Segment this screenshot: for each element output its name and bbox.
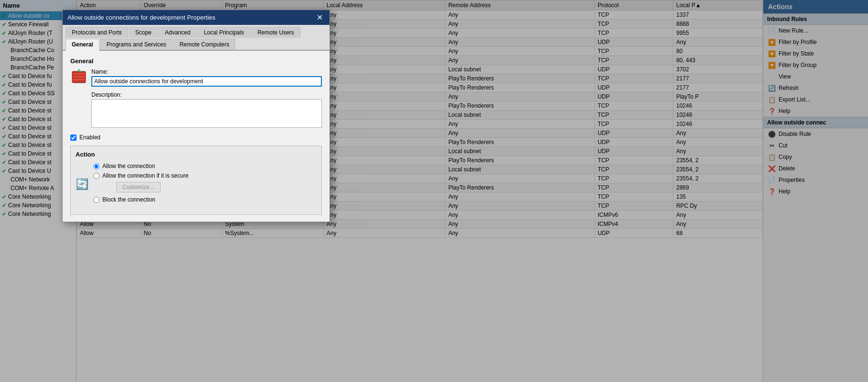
action-section: Action 🔄 Allow the connection Allow the … xyxy=(70,146,322,215)
svg-rect-1 xyxy=(73,73,85,75)
modal-tab[interactable]: Remote Users xyxy=(251,27,300,38)
allow-secure-row: Allow the connection if it is secure xyxy=(93,172,317,179)
modal-overlay: Allow outside connections for developmen… xyxy=(0,0,868,382)
modal-title: Allow outside connections for developmen… xyxy=(67,14,215,21)
name-field-row: Name: xyxy=(70,68,322,87)
name-field-content: Name: xyxy=(91,68,322,87)
allow-icon: 🔄 xyxy=(76,178,88,191)
name-label: Name: xyxy=(91,68,322,75)
allow-secure-radio[interactable] xyxy=(93,173,99,179)
action-icons: 🔄 xyxy=(76,178,88,191)
modal-dialog: Allow outside connections for developmen… xyxy=(62,10,330,222)
modal-tab[interactable]: Protocols and Ports xyxy=(66,27,128,38)
svg-rect-3 xyxy=(73,79,85,80)
modal-tab[interactable]: General xyxy=(66,39,99,51)
allow-connection-label: Allow the connection xyxy=(102,163,155,169)
customize-button[interactable]: Customize... xyxy=(116,182,161,192)
block-connection-row: Block the connection xyxy=(93,196,317,203)
name-input[interactable] xyxy=(91,76,322,87)
general-section-label: General xyxy=(70,57,322,65)
modal-close-button[interactable]: ✕ xyxy=(315,13,325,22)
action-section-title: Action xyxy=(76,151,317,158)
allow-connection-radio[interactable] xyxy=(93,163,99,169)
allow-connection-row: Allow the connection xyxy=(93,163,317,169)
enabled-row: Enabled xyxy=(70,134,322,141)
modal-body: General Name: xyxy=(63,51,330,222)
description-label: Description: xyxy=(91,91,322,98)
svg-rect-2 xyxy=(73,76,85,78)
description-textarea[interactable] xyxy=(91,99,322,128)
modal-tab[interactable]: Programs and Services xyxy=(100,39,173,50)
firewall-icon xyxy=(71,69,87,85)
modal-titlebar: Allow outside connections for developmen… xyxy=(63,10,330,25)
modal-tab[interactable]: Scope xyxy=(129,27,158,38)
description-field-row: Description: xyxy=(70,91,322,129)
enabled-label: Enabled xyxy=(79,134,100,141)
allow-secure-label: Allow the connection if it is secure xyxy=(102,172,188,179)
modal-tabs: Protocols and PortsScopeAdvancedLocal Pr… xyxy=(63,25,330,51)
firewall-icon-area xyxy=(70,68,88,86)
modal-tab[interactable]: Remote Computers xyxy=(173,39,235,50)
action-radios: Allow the connection Allow the connectio… xyxy=(93,163,317,206)
enabled-checkbox[interactable] xyxy=(70,135,77,141)
modal-tab[interactable]: Local Principals xyxy=(198,27,250,38)
description-icon-spacer xyxy=(70,91,88,109)
block-connection-label: Block the connection xyxy=(102,196,155,203)
block-connection-radio[interactable] xyxy=(93,197,99,203)
modal-tab[interactable]: Advanced xyxy=(159,27,197,38)
description-field-content: Description: xyxy=(91,91,322,129)
action-options-row: 🔄 Allow the connection Allow the connect… xyxy=(76,163,317,206)
